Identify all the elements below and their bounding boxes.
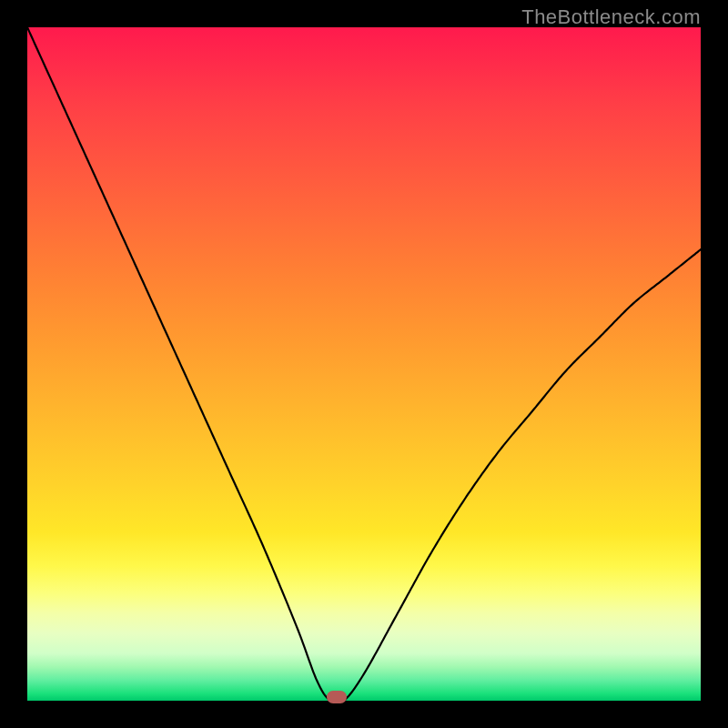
chart-frame: TheBottleneck.com	[0, 0, 728, 728]
plot-area	[27, 27, 701, 701]
optimal-point-marker	[327, 691, 347, 703]
bottleneck-curve	[27, 27, 701, 701]
watermark-text: TheBottleneck.com	[521, 5, 701, 29]
